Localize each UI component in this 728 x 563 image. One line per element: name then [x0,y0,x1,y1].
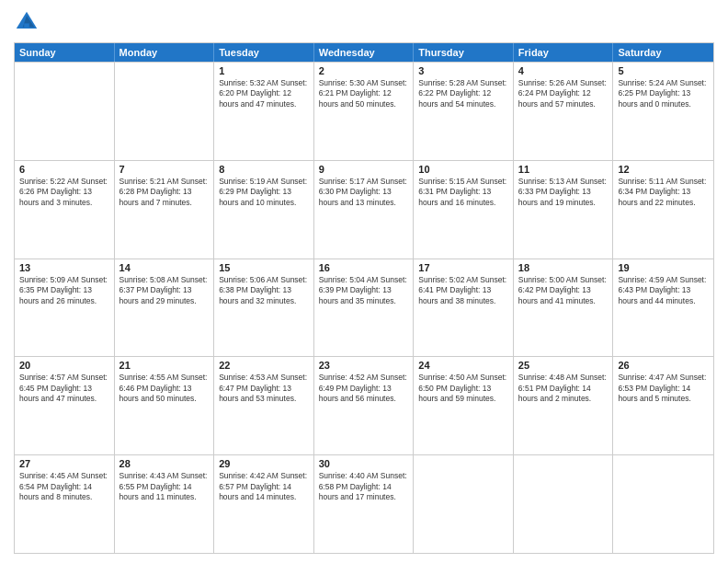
calendar-row-5: 27Sunrise: 4:45 AM Sunset: 6:54 PM Dayli… [15,454,713,553]
calendar: SundayMondayTuesdayWednesdayThursdayFrid… [14,42,714,554]
day-number: 9 [319,164,409,175]
header-day-thursday: Thursday [414,43,514,62]
calendar-cell [115,63,215,160]
day-number: 6 [19,164,109,175]
calendar-row-2: 6Sunrise: 5:22 AM Sunset: 6:26 PM Daylig… [15,160,713,259]
logo-icon [14,9,40,35]
cell-info: Sunrise: 4:47 AM Sunset: 6:53 PM Dayligh… [618,373,709,404]
calendar-cell: 2Sunrise: 5:30 AM Sunset: 6:21 PM Daylig… [314,63,415,160]
calendar-cell [15,63,115,160]
cell-info: Sunrise: 4:50 AM Sunset: 6:50 PM Dayligh… [418,373,508,404]
cell-info: Sunrise: 5:26 AM Sunset: 6:24 PM Dayligh… [518,78,609,109]
day-number: 19 [618,262,709,273]
header-day-tuesday: Tuesday [214,43,314,62]
calendar-cell: 5Sunrise: 5:24 AM Sunset: 6:25 PM Daylig… [613,63,713,160]
calendar-cell: 11Sunrise: 5:13 AM Sunset: 6:33 PM Dayli… [514,161,614,259]
calendar-cell: 22Sunrise: 4:53 AM Sunset: 6:47 PM Dayli… [214,357,314,454]
calendar-cell: 25Sunrise: 4:48 AM Sunset: 6:51 PM Dayli… [514,357,614,454]
day-number: 18 [518,262,609,273]
calendar-cell: 16Sunrise: 5:04 AM Sunset: 6:39 PM Dayli… [314,259,415,357]
cell-info: Sunrise: 4:48 AM Sunset: 6:51 PM Dayligh… [518,373,609,404]
day-number: 11 [518,164,609,175]
calendar-cell: 18Sunrise: 5:00 AM Sunset: 6:42 PM Dayli… [514,259,614,357]
day-number: 30 [319,458,409,469]
header-day-monday: Monday [115,43,215,62]
day-number: 1 [219,65,309,76]
cell-info: Sunrise: 5:09 AM Sunset: 6:35 PM Dayligh… [19,275,109,306]
day-number: 3 [418,65,508,76]
cell-info: Sunrise: 5:13 AM Sunset: 6:33 PM Dayligh… [518,177,609,208]
cell-info: Sunrise: 4:57 AM Sunset: 6:45 PM Dayligh… [19,373,109,404]
day-number: 13 [19,262,109,273]
calendar-cell: 7Sunrise: 5:21 AM Sunset: 6:28 PM Daylig… [115,161,215,259]
cell-info: Sunrise: 4:40 AM Sunset: 6:58 PM Dayligh… [319,471,409,502]
cell-info: Sunrise: 5:00 AM Sunset: 6:42 PM Dayligh… [518,275,609,306]
cell-info: Sunrise: 4:52 AM Sunset: 6:49 PM Dayligh… [319,373,409,404]
day-number: 15 [219,262,309,273]
day-number: 5 [618,65,709,76]
day-number: 22 [219,360,309,371]
day-number: 23 [319,360,409,371]
cell-info: Sunrise: 5:15 AM Sunset: 6:31 PM Dayligh… [418,177,508,208]
calendar-cell: 6Sunrise: 5:22 AM Sunset: 6:26 PM Daylig… [15,161,115,259]
calendar-cell: 26Sunrise: 4:47 AM Sunset: 6:53 PM Dayli… [613,357,713,454]
calendar-cell [414,455,514,553]
calendar-cell: 15Sunrise: 5:06 AM Sunset: 6:38 PM Dayli… [214,259,314,357]
cell-info: Sunrise: 5:11 AM Sunset: 6:34 PM Dayligh… [618,177,709,208]
cell-info: Sunrise: 5:19 AM Sunset: 6:29 PM Dayligh… [219,177,309,208]
day-number: 21 [119,360,210,371]
cell-info: Sunrise: 4:55 AM Sunset: 6:46 PM Dayligh… [119,373,210,404]
cell-info: Sunrise: 5:32 AM Sunset: 6:20 PM Dayligh… [219,78,309,109]
calendar-cell: 9Sunrise: 5:17 AM Sunset: 6:30 PM Daylig… [314,161,415,259]
calendar-cell: 14Sunrise: 5:08 AM Sunset: 6:37 PM Dayli… [115,259,215,357]
day-number: 2 [319,65,409,76]
day-number: 25 [518,360,609,371]
day-number: 7 [119,164,210,175]
calendar-body: 1Sunrise: 5:32 AM Sunset: 6:20 PM Daylig… [15,62,713,553]
calendar-cell: 20Sunrise: 4:57 AM Sunset: 6:45 PM Dayli… [15,357,115,454]
day-number: 20 [19,360,109,371]
day-number: 26 [618,360,709,371]
calendar-cell: 19Sunrise: 4:59 AM Sunset: 6:43 PM Dayli… [613,259,713,357]
cell-info: Sunrise: 5:28 AM Sunset: 6:22 PM Dayligh… [418,78,508,109]
day-number: 17 [418,262,508,273]
cell-info: Sunrise: 5:08 AM Sunset: 6:37 PM Dayligh… [119,275,210,306]
calendar-cell [613,455,713,553]
cell-info: Sunrise: 4:45 AM Sunset: 6:54 PM Dayligh… [19,471,109,502]
calendar-cell: 30Sunrise: 4:40 AM Sunset: 6:58 PM Dayli… [314,455,415,553]
day-number: 16 [319,262,409,273]
calendar-cell: 21Sunrise: 4:55 AM Sunset: 6:46 PM Dayli… [115,357,215,454]
header-day-friday: Friday [514,43,614,62]
calendar-row-4: 20Sunrise: 4:57 AM Sunset: 6:45 PM Dayli… [15,356,713,454]
day-number: 4 [518,65,609,76]
cell-info: Sunrise: 4:59 AM Sunset: 6:43 PM Dayligh… [618,275,709,306]
cell-info: Sunrise: 5:04 AM Sunset: 6:39 PM Dayligh… [319,275,409,306]
header-day-saturday: Saturday [613,43,713,62]
day-number: 10 [418,164,508,175]
calendar-cell: 3Sunrise: 5:28 AM Sunset: 6:22 PM Daylig… [414,63,514,160]
cell-info: Sunrise: 4:43 AM Sunset: 6:55 PM Dayligh… [119,471,210,502]
calendar-row-1: 1Sunrise: 5:32 AM Sunset: 6:20 PM Daylig… [15,62,713,160]
cell-info: Sunrise: 5:21 AM Sunset: 6:28 PM Dayligh… [119,177,210,208]
calendar-cell: 12Sunrise: 5:11 AM Sunset: 6:34 PM Dayli… [613,161,713,259]
day-number: 29 [219,458,309,469]
day-number: 14 [119,262,210,273]
day-number: 27 [19,458,109,469]
cell-info: Sunrise: 4:53 AM Sunset: 6:47 PM Dayligh… [219,373,309,404]
day-number: 12 [618,164,709,175]
header-day-sunday: Sunday [15,43,115,62]
calendar-header: SundayMondayTuesdayWednesdayThursdayFrid… [15,43,713,62]
calendar-cell: 13Sunrise: 5:09 AM Sunset: 6:35 PM Dayli… [15,259,115,357]
cell-info: Sunrise: 5:02 AM Sunset: 6:41 PM Dayligh… [418,275,508,306]
cell-info: Sunrise: 4:42 AM Sunset: 6:57 PM Dayligh… [219,471,309,502]
calendar-cell: 1Sunrise: 5:32 AM Sunset: 6:20 PM Daylig… [214,63,314,160]
calendar-cell: 23Sunrise: 4:52 AM Sunset: 6:49 PM Dayli… [314,357,415,454]
cell-info: Sunrise: 5:06 AM Sunset: 6:38 PM Dayligh… [219,275,309,306]
calendar-row-3: 13Sunrise: 5:09 AM Sunset: 6:35 PM Dayli… [15,259,713,357]
day-number: 24 [418,360,508,371]
calendar-cell: 27Sunrise: 4:45 AM Sunset: 6:54 PM Dayli… [15,455,115,553]
calendar-cell: 4Sunrise: 5:26 AM Sunset: 6:24 PM Daylig… [514,63,614,160]
calendar-cell: 29Sunrise: 4:42 AM Sunset: 6:57 PM Dayli… [214,455,314,553]
calendar-cell: 8Sunrise: 5:19 AM Sunset: 6:29 PM Daylig… [214,161,314,259]
header [14,9,714,35]
